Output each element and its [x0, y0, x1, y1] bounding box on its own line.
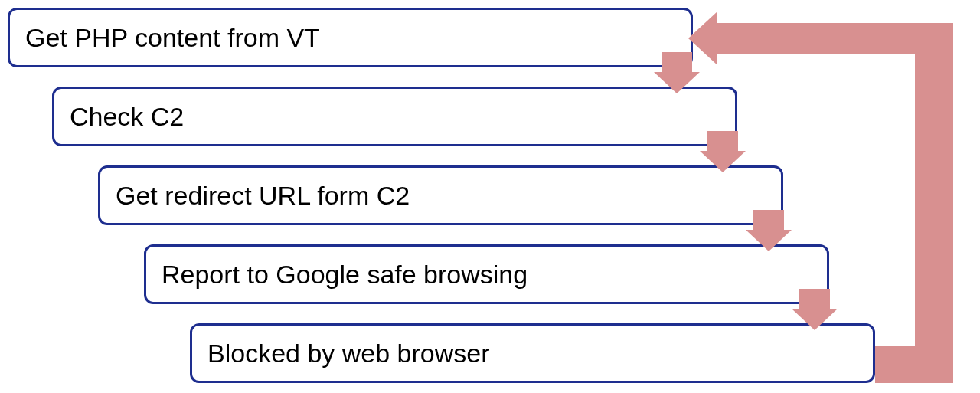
step-box-3: Get redirect URL form C2 — [98, 165, 783, 225]
step-box-1: Get PHP content from VT — [8, 8, 693, 67]
step-box-4: Report to Google safe browsing — [144, 244, 829, 304]
return-arrow-head-icon — [688, 11, 717, 65]
step-box-5: Blocked by web browser — [190, 323, 875, 383]
step-label: Get PHP content from VT — [25, 22, 320, 54]
return-arrow-horizontal — [716, 23, 921, 54]
return-arrow-vertical — [915, 23, 953, 383]
step-label: Get redirect URL form C2 — [116, 180, 410, 211]
step-box-2: Check C2 — [52, 87, 737, 146]
step-label: Report to Google safe browsing — [162, 259, 528, 290]
step-label: Blocked by web browser — [207, 338, 490, 369]
return-arrow-connector — [875, 346, 917, 383]
step-label: Check C2 — [70, 101, 184, 133]
